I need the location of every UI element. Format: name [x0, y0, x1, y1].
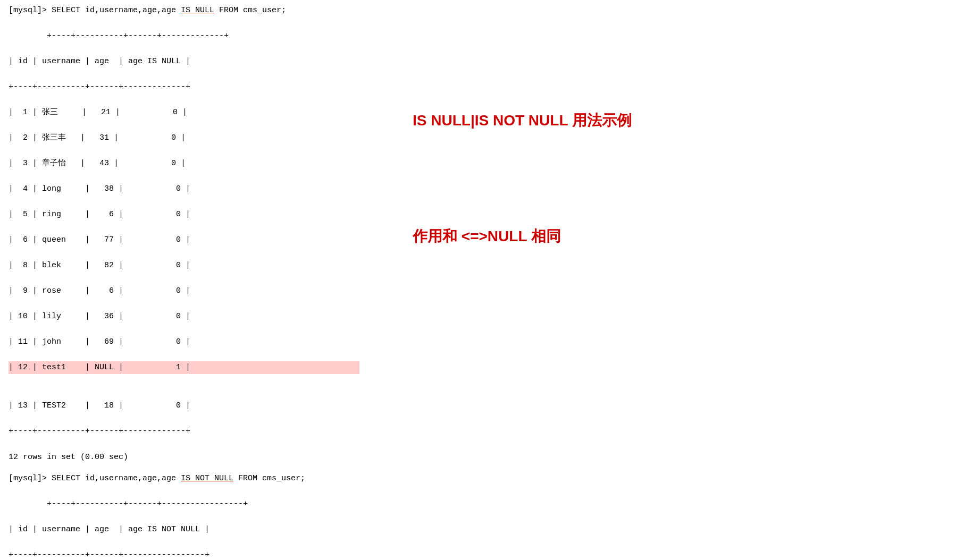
- query2-sql-prefix: SELECT id,username,age,age: [52, 474, 181, 483]
- query2-block: [mysql]> SELECT id,username,age,age IS N…: [9, 472, 359, 560]
- query1-row-1: | 1 | 张三 | 21 | 0 |: [9, 108, 187, 117]
- query1-row-9: | 9 | rose | 6 | 0 |: [9, 286, 190, 295]
- query1-sql-suffix: FROM cms_user;: [214, 6, 286, 15]
- query2-command: [mysql]> SELECT id,username,age,age IS N…: [9, 472, 359, 485]
- query1-top-border: +----+----------+------+-------------+: [47, 31, 229, 40]
- query1-result: 12 rows in set (0.00 sec): [9, 453, 359, 462]
- query2-sql-highlight: IS NOT NULL: [181, 474, 233, 483]
- query1-row-6: | 6 | queen | 77 | 0 |: [9, 235, 190, 244]
- query1-header-border: +----+----------+------+-------------+: [9, 82, 190, 91]
- annotation-subtitle: 作用和 <=>NULL 相同: [413, 226, 963, 247]
- query2-table: +----+----------+------+----------------…: [9, 485, 359, 560]
- query1-command: [mysql]> SELECT id,username,age,age IS N…: [9, 4, 359, 17]
- query1-row-12-highlighted: | 12 | test1 | NULL | 1 |: [9, 361, 359, 374]
- query1-bottom-border: +----+----------+------+-------------+: [9, 427, 190, 436]
- query1-row-11: | 11 | john | 69 | 0 |: [9, 337, 190, 346]
- query2-header-border: +----+----------+------+----------------…: [9, 550, 210, 559]
- query1-row-2: | 2 | 张三丰 | 31 | 0 |: [9, 133, 186, 142]
- left-panel: [mysql]> SELECT id,username,age,age IS N…: [9, 4, 370, 560]
- right-panel: IS NULL|IS NOT NULL 用法示例 作用和 <=>NULL 相同: [370, 4, 963, 560]
- query2-sql-suffix: FROM cms_user;: [233, 474, 305, 483]
- query1-block: [mysql]> SELECT id,username,age,age IS N…: [9, 4, 359, 462]
- query1-sql-prefix: SELECT id,username,age,age: [52, 6, 181, 15]
- query2-prompt: [mysql]>: [9, 474, 52, 483]
- query1-header: | id | username | age | age IS NULL |: [9, 57, 190, 66]
- query1-row-5: | 5 | ring | 6 | 0 |: [9, 210, 190, 219]
- annotation-title: IS NULL|IS NOT NULL 用法示例: [413, 111, 963, 131]
- query1-sql-highlight: IS NULL: [181, 6, 214, 15]
- query1-prompt: [mysql]>: [9, 6, 52, 15]
- query1-table: +----+----------+------+-------------+ |…: [9, 17, 359, 451]
- query1-row-4: | 4 | long | 38 | 0 |: [9, 184, 190, 193]
- main-container: [mysql]> SELECT id,username,age,age IS N…: [9, 4, 963, 560]
- query1-row-8: | 8 | blek | 82 | 0 |: [9, 261, 190, 270]
- query1-row-10: | 10 | lily | 36 | 0 |: [9, 312, 190, 321]
- query2-header: | id | username | age | age IS NOT NULL …: [9, 525, 210, 534]
- query1-row-13: | 13 | TEST2 | 18 | 0 |: [9, 401, 190, 410]
- query2-top-border: +----+----------+------+----------------…: [47, 499, 248, 508]
- query1-row-3: | 3 | 章子怡 | 43 | 0 |: [9, 159, 186, 168]
